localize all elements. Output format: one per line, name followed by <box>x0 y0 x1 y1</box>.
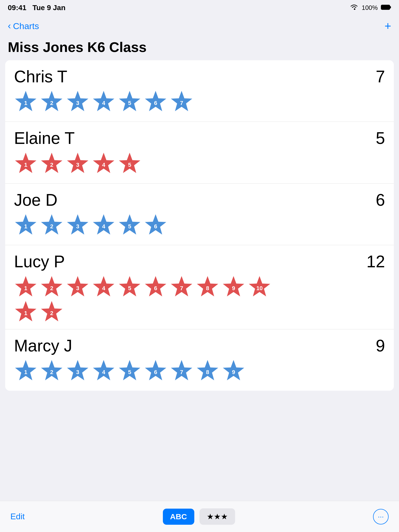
star-icon: 8 <box>196 276 219 299</box>
svg-marker-27 <box>197 276 218 296</box>
star-icon: 1 <box>14 360 37 383</box>
svg-marker-29 <box>249 276 270 296</box>
stars-row-1: 12345678910 <box>14 276 385 299</box>
star-icon: 9 <box>222 276 245 299</box>
star-icon: 3 <box>66 360 89 383</box>
star-icon: 8 <box>196 360 219 383</box>
svg-marker-32 <box>15 360 36 380</box>
stars-container: 12345 <box>14 152 385 178</box>
star-icon: 2 <box>40 152 63 176</box>
student-score: 12 <box>367 252 385 271</box>
abc-button[interactable]: ABC <box>163 509 194 525</box>
svg-marker-18 <box>119 214 140 235</box>
student-name: Joe D <box>14 191 57 209</box>
add-button[interactable]: + <box>384 20 391 32</box>
svg-marker-8 <box>171 91 192 111</box>
svg-marker-28 <box>223 276 244 296</box>
star-icon: 6 <box>144 360 167 383</box>
star-icon: 2 <box>40 276 63 299</box>
student-name: Elaine T <box>14 129 75 147</box>
stars-row-2: 12 <box>14 301 385 324</box>
star-icon: 4 <box>92 214 115 237</box>
svg-marker-23 <box>93 276 114 296</box>
student-row[interactable]: Elaine T512345 <box>5 122 394 183</box>
star-icon: 5 <box>118 276 141 299</box>
star-icon: 4 <box>92 276 115 299</box>
student-header: Marcy J9 <box>14 337 385 355</box>
svg-marker-37 <box>145 360 166 380</box>
stars-container: 123456789 <box>14 360 385 385</box>
stars-container: 1234567 <box>14 90 385 116</box>
stars-button[interactable]: ★★★ <box>200 508 235 525</box>
student-score: 9 <box>376 337 385 355</box>
student-score: 6 <box>376 191 385 209</box>
student-score: 7 <box>376 68 385 86</box>
svg-marker-14 <box>15 214 36 235</box>
svg-marker-24 <box>119 276 140 296</box>
star-icon: 10 <box>248 276 271 299</box>
student-name: Chris T <box>14 68 67 86</box>
svg-marker-13 <box>119 153 140 173</box>
svg-marker-12 <box>93 153 114 173</box>
star-icon: 1 <box>14 301 37 324</box>
status-right: 100% <box>349 3 391 12</box>
wifi-icon <box>349 3 359 12</box>
svg-marker-26 <box>171 276 192 296</box>
svg-rect-1 <box>390 6 391 8</box>
back-button[interactable]: ‹ Charts <box>8 21 39 31</box>
star-icon: 6 <box>144 276 167 299</box>
battery-indicator: 100% <box>362 4 378 11</box>
star-icon: 7 <box>170 90 193 114</box>
star-icon: 6 <box>144 214 167 237</box>
star-icon: 6 <box>144 90 167 114</box>
star-icon: 5 <box>118 214 141 237</box>
stars-container: 123456 <box>14 214 385 240</box>
star-icon: 3 <box>66 152 89 176</box>
svg-marker-4 <box>67 91 88 111</box>
student-row[interactable]: Lucy P121234567891012 <box>5 245 394 329</box>
time: 09:41 <box>8 4 26 12</box>
student-row[interactable]: Joe D6123456 <box>5 184 394 245</box>
student-row[interactable]: Marcy J9123456789 <box>5 329 394 391</box>
svg-marker-3 <box>41 91 62 111</box>
star-icon: 7 <box>170 276 193 299</box>
svg-marker-17 <box>93 214 114 235</box>
student-header: Elaine T5 <box>14 129 385 147</box>
more-button[interactable]: ··· <box>373 509 389 524</box>
student-name: Lucy P <box>14 252 65 271</box>
svg-marker-38 <box>171 360 192 380</box>
star-icon: 3 <box>66 276 89 299</box>
bottom-bar: Edit ABC ★★★ ··· <box>0 501 399 532</box>
star-icon: 5 <box>118 152 141 176</box>
svg-marker-22 <box>67 276 88 296</box>
star-icon: 3 <box>66 214 89 237</box>
status-bar: 09:41 Tue 9 Jan 100% <box>0 0 399 16</box>
student-score: 5 <box>376 129 385 147</box>
star-icon: 1 <box>14 152 37 176</box>
svg-marker-35 <box>93 360 114 380</box>
edit-button[interactable]: Edit <box>10 512 25 521</box>
star-icon: 9 <box>222 360 245 383</box>
star-icon: 2 <box>40 301 63 324</box>
svg-marker-30 <box>15 301 36 321</box>
svg-marker-7 <box>145 91 166 111</box>
svg-marker-19 <box>145 214 166 235</box>
star-icon: 5 <box>118 90 141 114</box>
status-time: 09:41 Tue 9 Jan <box>8 4 65 12</box>
svg-marker-10 <box>41 153 62 173</box>
svg-marker-33 <box>41 360 62 380</box>
svg-marker-11 <box>67 153 88 173</box>
student-header: Joe D6 <box>14 191 385 209</box>
bottom-center-controls: ABC ★★★ <box>163 508 235 525</box>
star-icon: 1 <box>14 90 37 114</box>
date: Tue 9 Jan <box>32 4 65 12</box>
star-icon: 7 <box>170 360 193 383</box>
star-icon: 2 <box>40 90 63 114</box>
student-row[interactable]: Chris T71234567 <box>5 60 394 122</box>
star-icon: 1 <box>14 214 37 237</box>
page-title: Miss Jones K6 Class <box>8 39 391 55</box>
svg-marker-36 <box>119 360 140 380</box>
svg-marker-31 <box>41 301 62 321</box>
page-title-section: Miss Jones K6 Class <box>0 36 399 60</box>
svg-marker-25 <box>145 276 166 296</box>
